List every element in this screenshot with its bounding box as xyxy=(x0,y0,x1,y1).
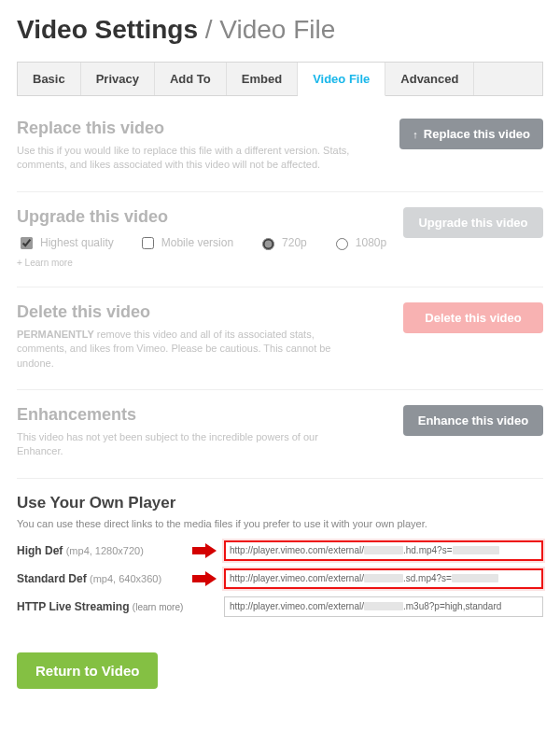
opt-mobile-version[interactable]: Mobile version xyxy=(138,234,233,252)
label-high-def: High Def xyxy=(17,544,63,557)
row-standard-def: Standard Def (mp4, 640x360) http://playe… xyxy=(17,568,543,589)
svg-marker-0 xyxy=(192,543,217,558)
label-standard-def: Standard Def xyxy=(17,572,87,585)
svg-marker-1 xyxy=(192,571,217,586)
format-standard-def: (mp4, 640x360) xyxy=(90,573,161,584)
replace-desc: Use this if you would like to replace th… xyxy=(17,144,362,173)
section-upgrade: Upgrade this video Highest quality Mobil… xyxy=(17,202,543,287)
enhancements-heading: Enhancements xyxy=(17,405,362,425)
row-hls: HTTP Live Streaming (learn more) http://… xyxy=(17,596,543,617)
arrow-icon xyxy=(192,543,217,558)
enhance-video-button[interactable]: Enhance this video xyxy=(403,405,543,436)
replace-heading: Replace this video xyxy=(17,119,362,138)
enhancements-desc: This video has not yet been subject to t… xyxy=(17,430,362,459)
delete-heading: Delete this video xyxy=(17,302,362,322)
upgrade-learn-more[interactable]: + Learn more xyxy=(17,258,403,268)
url-hls[interactable]: http://player.vimeo.com/external/.m3u8?p… xyxy=(224,596,543,617)
tab-add-to[interactable]: Add To xyxy=(155,63,227,95)
row-high-def: High Def (mp4, 1280x720) http://player.v… xyxy=(17,540,543,561)
url-high-def[interactable]: http://player.vimeo.com/external/.hd.mp4… xyxy=(224,540,543,561)
own-player-desc: You can use these direct links to the me… xyxy=(17,518,543,529)
upload-icon: ↑ xyxy=(413,129,418,140)
tabs: Basic Privacy Add To Embed Video File Ad… xyxy=(17,62,543,96)
section-own-player: Use Your Own Player You can use these di… xyxy=(17,488,543,643)
section-enhancements: Enhancements This video has not yet been… xyxy=(17,400,543,479)
arrow-icon xyxy=(192,571,217,586)
label-hls: HTTP Live Streaming xyxy=(17,600,129,613)
url-standard-def[interactable]: http://player.vimeo.com/external/.sd.mp4… xyxy=(224,568,543,589)
delete-desc: PERMANENTLY remove this video and all of… xyxy=(17,328,362,371)
opt-1080p[interactable]: 1080p xyxy=(331,235,386,250)
section-replace: Replace this video Use this if you would… xyxy=(17,113,543,192)
replace-video-button[interactable]: ↑ Replace this video xyxy=(399,119,543,149)
format-high-def: (mp4, 1280x720) xyxy=(66,545,144,556)
hls-learn-more[interactable]: (learn more) xyxy=(133,602,183,612)
tab-video-file[interactable]: Video File xyxy=(298,63,385,96)
own-player-heading: Use Your Own Player xyxy=(17,494,543,512)
return-to-video-button[interactable]: Return to Video xyxy=(17,652,158,689)
tab-basic[interactable]: Basic xyxy=(18,63,81,95)
upgrade-heading: Upgrade this video xyxy=(17,207,403,227)
tab-embed[interactable]: Embed xyxy=(227,63,298,95)
opt-highest-quality[interactable]: Highest quality xyxy=(17,234,114,252)
upgrade-video-button[interactable]: Upgrade this video xyxy=(403,207,543,238)
section-delete: Delete this video PERMANENTLY remove thi… xyxy=(17,297,543,390)
page-title: Video Settings / Video File xyxy=(17,15,543,45)
tab-advanced[interactable]: Advanced xyxy=(385,63,474,95)
opt-720p[interactable]: 720p xyxy=(258,235,307,250)
delete-video-button[interactable]: Delete this video xyxy=(403,302,543,333)
tab-privacy[interactable]: Privacy xyxy=(81,63,155,95)
